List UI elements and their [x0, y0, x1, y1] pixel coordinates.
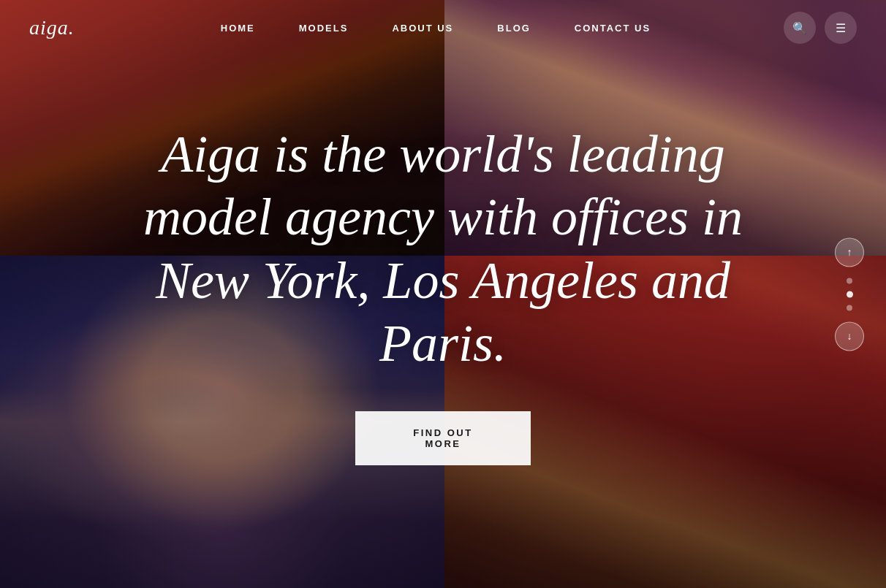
hero-title: Aiga is the world's leading model agency… [114, 123, 772, 375]
nav-home[interactable]: HOME [221, 23, 255, 34]
nav-links: HOME MODELS ABOUT US BLOG CONTACT US [221, 23, 784, 34]
nav-blog[interactable]: BLOG [497, 23, 531, 34]
logo[interactable]: aiga. [29, 16, 75, 39]
nav-models[interactable]: MODELS [299, 23, 349, 34]
scroll-indicators: ↑ ↓ [835, 237, 864, 351]
navbar: aiga. HOME MODELS ABOUT US BLOG CONTACT … [0, 0, 886, 56]
menu-button[interactable]: ☰ [825, 12, 857, 44]
search-icon: 🔍 [792, 21, 807, 35]
scroll-dot-1[interactable] [847, 278, 852, 283]
scroll-up-button[interactable]: ↑ [835, 237, 864, 267]
up-arrow-icon: ↑ [847, 246, 852, 258]
scroll-dot-2[interactable] [847, 291, 853, 297]
hero-content: Aiga is the world's leading model agency… [0, 0, 886, 588]
scroll-dots [847, 274, 853, 314]
scroll-down-button[interactable]: ↓ [835, 321, 864, 351]
nav-about[interactable]: ABOUT US [392, 23, 453, 34]
find-out-more-button[interactable]: FIND OUT MORE [355, 411, 531, 465]
nav-actions: 🔍 ☰ [784, 12, 857, 44]
nav-contact[interactable]: CONTACT US [575, 23, 651, 34]
search-button[interactable]: 🔍 [784, 12, 816, 44]
hamburger-icon: ☰ [836, 21, 846, 35]
scroll-dot-3[interactable] [847, 305, 852, 310]
down-arrow-icon: ↓ [847, 330, 852, 342]
